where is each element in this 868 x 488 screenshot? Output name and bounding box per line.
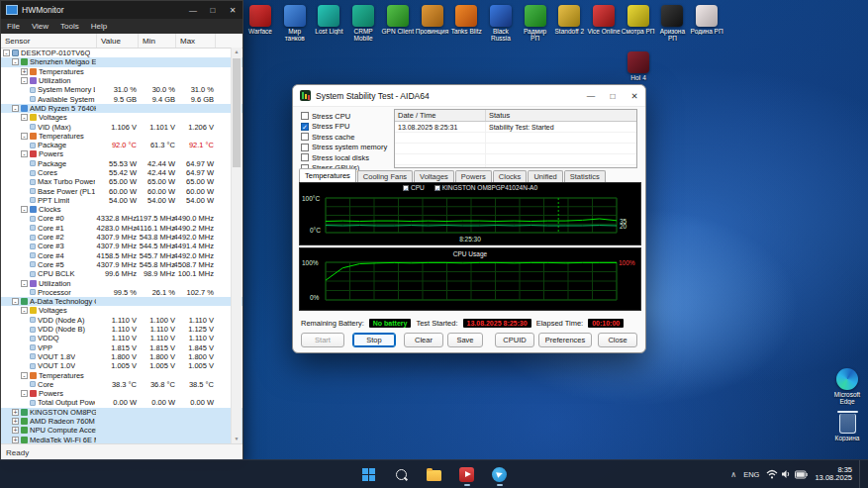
stress-option[interactable]: Stress local disks [301, 152, 390, 163]
sensor-row[interactable]: VDDQ1.110 V1.110 V1.110 V [1, 334, 242, 342]
hwmonitor-scrollbar[interactable]: ▲ ▼ [231, 48, 241, 443]
collapse-icon[interactable]: - [3, 49, 10, 56]
expand-icon[interactable]: + [21, 68, 28, 75]
expand-icon[interactable]: + [12, 409, 19, 416]
hwmonitor-taskbar-app[interactable] [488, 462, 512, 486]
menu-item-view[interactable]: View [26, 22, 54, 31]
scrollbar-thumb[interactable] [233, 58, 241, 167]
checkbox-icon[interactable] [301, 133, 309, 141]
desktop-shortcut[interactable]: Vice Online [587, 5, 621, 35]
status-log-row[interactable]: 13.08.2025 8:25:31Stability Test: Starte… [395, 122, 636, 133]
close-icon[interactable]: ✕ [624, 91, 645, 101]
collapse-icon[interactable]: - [21, 280, 28, 287]
checkbox-icon[interactable] [301, 112, 309, 120]
collapse-icon[interactable]: - [12, 298, 19, 305]
taskbar-clock[interactable]: 8:35 13.08.2025 [815, 466, 852, 483]
aida64-titlebar[interactable]: System Stability Test - AIDA64 — □ ✕ [293, 85, 645, 107]
expand-icon[interactable]: + [12, 427, 19, 434]
collapse-icon[interactable]: - [12, 105, 19, 112]
sensor-row[interactable]: CPU BCLK99.6 MHz98.9 MHz100.1 MHz [1, 269, 242, 278]
collapse-icon[interactable]: - [21, 150, 28, 157]
desktop-icon-recycle-bin[interactable]: Корзина [827, 414, 867, 441]
sensor-row[interactable]: -A-Data Technology CBDAD5S5... [1, 297, 242, 306]
maximize-icon[interactable]: □ [602, 91, 624, 101]
tray-status-icons[interactable] [766, 469, 808, 479]
desktop-shortcut[interactable]: Lost Light [312, 5, 345, 35]
sensor-row[interactable]: Base Power (PL1)60.00 W60.00 W60.00 W [1, 186, 242, 195]
stress-option[interactable]: Stress CPU [301, 111, 390, 122]
search-button[interactable] [390, 462, 414, 486]
expand-icon[interactable]: + [12, 418, 19, 425]
sensor-row[interactable]: -AMD Ryzen 5 7640HS [1, 104, 242, 113]
menu-item-tools[interactable]: Tools [54, 22, 85, 31]
desktop-icon-edge[interactable]: Microsoft Edge [827, 368, 867, 405]
column-header-min[interactable]: Min [139, 34, 176, 48]
column-header-max[interactable]: Max [176, 34, 216, 48]
close-button[interactable]: Close [598, 333, 637, 347]
sensor-row[interactable]: Total Output Power0.00 W0.00 W0.00 W [1, 398, 242, 407]
checkbox-icon[interactable] [301, 153, 309, 161]
sensor-row[interactable]: -Powers [1, 389, 242, 398]
column-header-value[interactable]: Value [97, 34, 139, 48]
maximize-icon[interactable]: □ [203, 6, 223, 15]
sensor-row[interactable]: -Temperatures [1, 370, 242, 379]
collapse-icon[interactable]: - [12, 58, 19, 65]
column-header-sensor[interactable]: Sensor [1, 34, 97, 48]
close-icon[interactable]: ✕ [223, 6, 242, 15]
tab-powers[interactable]: Powers [455, 170, 492, 182]
sensor-row[interactable]: Core #54307.9 MHz545.8 MHz4508.7 MHz [1, 260, 242, 269]
start-button[interactable]: Start [301, 333, 344, 347]
desktop-shortcut[interactable]: Родина РП [690, 5, 723, 35]
stress-option[interactable]: Stress system memory [301, 143, 390, 153]
tab-unified[interactable]: Unified [528, 170, 562, 182]
menu-item-file[interactable]: File [1, 22, 26, 31]
minimize-icon[interactable]: — [183, 6, 203, 15]
desktop-shortcut[interactable]: Tanks Blitz [449, 5, 483, 35]
sensor-row[interactable]: VDD (Node B)1.110 V1.110 V1.125 V [1, 325, 242, 334]
sensor-row[interactable]: -DESKTOP-010TV6Q [1, 49, 242, 57]
desktop-shortcut[interactable]: CRMP Mobile [346, 5, 380, 42]
sensor-row[interactable]: Core #44158.5 MHz545.7 MHz4492.0 MHz [1, 251, 242, 260]
save-button[interactable]: Save [447, 333, 483, 347]
sensor-row[interactable]: -Shenzhen Meigao Electronic E... [1, 57, 242, 66]
sensor-row[interactable]: VOUT 1.0V1.005 V1.005 V1.005 V [1, 361, 242, 370]
desktop-shortcut[interactable]: Радмир РП [519, 5, 552, 42]
sensor-row[interactable]: -Temperatures [1, 132, 242, 141]
sensor-row[interactable]: Core #24307.9 MHz543.8 MHz4492.0 MHz [1, 233, 242, 242]
scroll-up-icon[interactable]: ▲ [232, 48, 241, 56]
sensor-row[interactable]: -Utilization [1, 278, 242, 287]
sensor-row[interactable]: Cores55.42 W42.44 W64.97 W [1, 168, 242, 177]
clear-button[interactable]: Clear [404, 333, 443, 347]
desktop-shortcut[interactable]: Black Russia [484, 5, 518, 42]
sensor-row[interactable]: Package55.53 W42.44 W64.97 W [1, 159, 242, 168]
start-button[interactable] [357, 462, 381, 486]
sensor-row[interactable]: PPT Limit54.00 W54.00 W54.00 W [1, 196, 242, 205]
sensor-row[interactable]: Available System Mem...9.5 GB9.4 GB9.6 G… [1, 94, 242, 103]
menu-item-help[interactable]: Help [85, 22, 113, 31]
desktop-shortcut[interactable]: HoI 4 [622, 51, 655, 81]
desktop-shortcut[interactable]: Warface [243, 5, 277, 35]
sensor-row[interactable]: -Utilization [1, 76, 242, 85]
desktop-shortcut[interactable]: Смотра РП [622, 5, 655, 35]
sensor-row[interactable]: VOUT 1.8V1.800 V1.800 V1.800 V [1, 352, 242, 361]
collapse-icon[interactable]: - [21, 206, 28, 213]
collapse-icon[interactable]: - [21, 390, 28, 397]
checkbox-icon[interactable] [301, 144, 309, 151]
tab-temperatures[interactable]: Temperatures [299, 168, 356, 182]
desktop-shortcut[interactable]: Аризона РП [655, 5, 689, 42]
show-desktop-strip[interactable] [859, 460, 863, 488]
sensor-row[interactable]: Processor99.5 %26.1 %102.7 % [1, 288, 242, 297]
sensor-row[interactable]: VPP1.815 V1.815 V1.845 V [1, 343, 242, 352]
preferences-button[interactable]: Preferences [538, 333, 592, 347]
stop-button[interactable]: Stop [352, 333, 396, 347]
collapse-icon[interactable]: - [21, 77, 28, 84]
tab-voltages[interactable]: Voltages [414, 170, 454, 182]
sensor-row[interactable]: -Powers [1, 149, 242, 158]
collapse-icon[interactable]: - [21, 114, 28, 121]
collapse-icon[interactable]: - [21, 372, 28, 379]
expand-icon[interactable]: + [12, 437, 19, 443]
sensor-row[interactable]: Package92.0 °C61.3 °C92.1 °C [1, 141, 242, 149]
sensor-row[interactable]: Max Turbo Power (PL2)65.00 W65.00 W65.00… [1, 177, 242, 186]
collapse-icon[interactable]: - [21, 133, 28, 140]
stress-option[interactable]: ✓Stress FPU [301, 122, 390, 133]
